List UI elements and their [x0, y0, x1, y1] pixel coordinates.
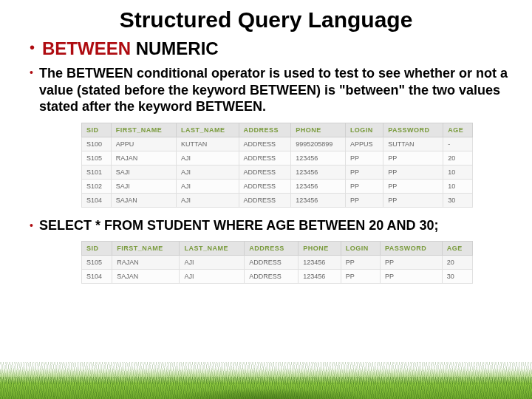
column-header: AGE — [443, 123, 473, 137]
table-cell: S104 — [82, 193, 112, 207]
table-cell: AJI — [176, 179, 239, 193]
table-cell: SAJAN — [111, 193, 176, 207]
table-cell: ADDRESS — [245, 255, 299, 269]
table-cell: PP — [380, 255, 442, 269]
table-cell: 10 — [443, 165, 473, 179]
table-cell: ADDRESS — [239, 151, 291, 165]
description-row: • The BETWEEN conditional operator is us… — [0, 64, 532, 120]
table-cell: SAJI — [111, 179, 176, 193]
table-cell: RAJAN — [111, 151, 176, 165]
table-cell: PP — [383, 165, 443, 179]
table-cell: PP — [341, 255, 380, 269]
table-result: SIDFIRST_NAMELAST_NAMEADDRESSPHONELOGINP… — [81, 241, 473, 284]
table-cell: S100 — [82, 137, 112, 151]
table-cell: ADDRESS — [239, 137, 291, 151]
table-cell: SAJAN — [112, 269, 180, 283]
table-cell: - — [443, 137, 473, 151]
table-row: S100APPUKUTTANADDRESS9995205899APPUSSUTT… — [82, 137, 473, 151]
table-cell: 9995205899 — [291, 137, 346, 151]
table-row: S101SAJIAJIADDRESS123456PPPP10 — [82, 165, 473, 179]
table-cell: ADDRESS — [239, 193, 291, 207]
table-cell: AJI — [176, 151, 239, 165]
heading-rest: NUMERIC — [131, 38, 219, 58]
table-cell: AJI — [176, 165, 239, 179]
table-cell: SUTTAN — [383, 137, 443, 151]
table-cell: KUTTAN — [176, 137, 239, 151]
table-cell: PP — [345, 179, 383, 193]
table-cell: S104 — [82, 269, 112, 283]
table-cell: AJI — [176, 193, 239, 207]
column-header: ADDRESS — [245, 241, 299, 255]
table-cell: S105 — [82, 255, 112, 269]
table-cell: PP — [345, 151, 383, 165]
table-cell: 20 — [443, 151, 473, 165]
table-row: S105RAJANAJIADDRESS123456PPPP20 — [82, 255, 473, 269]
column-header: AGE — [442, 241, 472, 255]
column-header: FIRST_NAME — [111, 123, 176, 137]
table-cell: 123456 — [299, 255, 341, 269]
table-row: S104SAJANAJIADDRESS123456PPPP30 — [82, 193, 473, 207]
table-cell: PP — [341, 269, 380, 283]
column-header: ADDRESS — [239, 123, 291, 137]
student-table-result: SIDFIRST_NAMELAST_NAMEADDRESSPHONELOGINP… — [81, 241, 473, 284]
bullet-icon: • — [30, 65, 33, 81]
table-cell: PP — [380, 269, 442, 283]
table-cell: PP — [383, 151, 443, 165]
column-header: FIRST_NAME — [112, 241, 180, 255]
table-cell: 123456 — [291, 179, 346, 193]
table-cell: PP — [383, 179, 443, 193]
table-cell: 30 — [443, 193, 473, 207]
sql-query: SELECT * FROM STUDENT WHERE AGE BETWEEN … — [39, 218, 439, 233]
table-cell: 20 — [442, 255, 472, 269]
table-cell: S105 — [82, 151, 112, 165]
table-cell: S102 — [82, 179, 112, 193]
column-header: LAST_NAME — [176, 123, 239, 137]
column-header: LOGIN — [341, 241, 380, 255]
table-row: S102SAJIAJIADDRESS123456PPPP10 — [82, 179, 473, 193]
column-header: PHONE — [291, 123, 346, 137]
column-header: SID — [82, 123, 112, 137]
table-cell: AJI — [180, 255, 245, 269]
table-cell: 123456 — [291, 151, 346, 165]
table-cell: SAJI — [111, 165, 176, 179]
table-cell: PP — [383, 193, 443, 207]
table-cell: 10 — [443, 179, 473, 193]
table-cell: 30 — [442, 269, 472, 283]
column-header: PHONE — [299, 241, 341, 255]
table-row: S104SAJANAJIADDRESS123456PPPP30 — [82, 269, 473, 283]
table-cell: 123456 — [291, 165, 346, 179]
heading-row: • BETWEEN NUMERIC — [0, 37, 532, 64]
table-cell: 123456 — [299, 269, 341, 283]
table-cell: RAJAN — [112, 255, 180, 269]
slide-title: Structured Query Language — [0, 0, 532, 37]
column-header: PASSWORD — [380, 241, 442, 255]
table-row: S105RAJANAJIADDRESS123456PPPP20 — [82, 151, 473, 165]
column-header: LOGIN — [345, 123, 383, 137]
bullet-icon: • — [30, 218, 33, 233]
table-cell: ADDRESS — [239, 165, 291, 179]
table-cell: PP — [345, 193, 383, 207]
table-cell: ADDRESS — [239, 179, 291, 193]
heading-keyword: BETWEEN — [42, 38, 131, 58]
section-heading: BETWEEN NUMERIC — [42, 38, 219, 59]
table-cell: 123456 — [291, 193, 346, 207]
column-header: LAST_NAME — [180, 241, 245, 255]
table-cell: APPUS — [345, 137, 383, 151]
column-header: PASSWORD — [383, 123, 443, 137]
grass-decoration — [0, 355, 532, 399]
table-cell: AJI — [180, 269, 245, 283]
table-full: SIDFIRST_NAMELAST_NAMEADDRESSPHONELOGINP… — [81, 123, 473, 208]
bullet-icon: • — [30, 38, 35, 56]
table-cell: APPU — [111, 137, 176, 151]
description-text: The BETWEEN conditional operator is used… — [39, 65, 514, 115]
table-cell: PP — [345, 165, 383, 179]
query-row: • SELECT * FROM STUDENT WHERE AGE BETWEE… — [0, 211, 532, 238]
student-table-full: SIDFIRST_NAMELAST_NAMEADDRESSPHONELOGINP… — [81, 123, 473, 208]
column-header: SID — [82, 241, 112, 255]
table-cell: ADDRESS — [245, 269, 299, 283]
table-cell: S101 — [82, 165, 112, 179]
